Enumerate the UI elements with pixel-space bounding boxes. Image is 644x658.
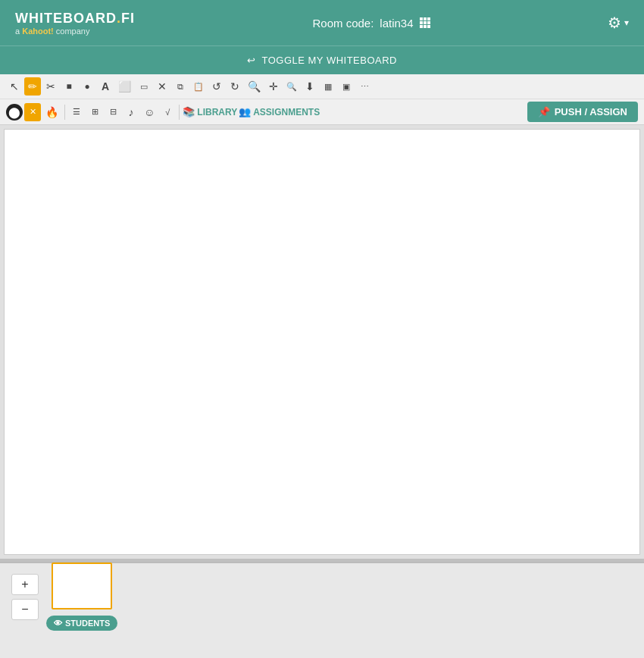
move-tool[interactable]: ✛	[265, 77, 282, 96]
rect-tool[interactable]: ■	[61, 77, 77, 96]
settings-button[interactable]: ⚙ ▾	[608, 14, 629, 32]
paste-tool[interactable]: 📋	[190, 77, 207, 96]
app-title: WHITEBOARD.fi	[15, 11, 135, 27]
assignments-button[interactable]: 👥 ASSIGNMENTS	[239, 106, 320, 118]
toolbar-area: ↖ ✏ ✂ ■ ● A ⬜ ▭ ✕ ⧉ 📋 ↺ ↻ 🔍 ✛ 🔍 ⬇ ▦ ▣ ⋯ …	[0, 74, 644, 125]
app-header: WHITEBOARD.fi a Kahoot! company Room cod…	[0, 0, 644, 45]
clear-tool[interactable]: ✕	[24, 103, 41, 121]
fire-tool[interactable]: 🔥	[42, 103, 61, 121]
toolbar-row1: ↖ ✏ ✂ ■ ● A ⬜ ▭ ✕ ⧉ 📋 ↺ ↻ 🔍 ✛ 🔍 ⬇ ▦ ▣ ⋯	[0, 74, 644, 99]
redo-tool[interactable]: ↻	[227, 77, 243, 96]
zoom-out-tool[interactable]: 🔍	[283, 77, 300, 96]
media-tool[interactable]: ▭	[136, 77, 152, 96]
room-code-label: Room code:	[312, 17, 374, 30]
students-button[interactable]: 👁 STUDENTS	[46, 616, 117, 631]
lines-tool[interactable]: ☰	[68, 103, 85, 121]
emoji-tool[interactable]: ☺	[141, 103, 158, 121]
more-tool[interactable]: ⋯	[356, 77, 373, 96]
toggle-icon: ↩	[247, 55, 256, 66]
push-icon: 📌	[538, 106, 550, 118]
formula-tool[interactable]: √	[159, 103, 176, 121]
eye-icon: 👁	[54, 619, 62, 628]
grid-icon	[420, 17, 430, 28]
divider1	[64, 105, 65, 120]
table-tool[interactable]: ⊞	[86, 103, 103, 121]
push-assign-button[interactable]: 📌 PUSH / ASSIGN	[527, 102, 638, 122]
toolbar-row2-left: ⬤ ✕ 🔥 ☰ ⊞ ⊟ ♪ ☺ √ 📚 LIBRARY 👥 ASSIGNMENT…	[6, 103, 320, 121]
library-button[interactable]: 📚 LIBRARY	[183, 106, 237, 118]
list-view-tool[interactable]: ▣	[338, 77, 355, 96]
app-subtitle: a Kahoot! company	[15, 27, 135, 36]
duplicate-tool[interactable]: ⧉	[172, 77, 189, 96]
room-code-display: Room code: latin34	[312, 17, 430, 30]
delete-tool[interactable]: ✕	[154, 77, 170, 96]
assignments-icon: 👥	[239, 106, 251, 118]
chevron-down-icon: ▾	[624, 17, 629, 28]
music-tool[interactable]: ♪	[123, 103, 139, 121]
logo-area: WHITEBOARD.fi a Kahoot! company	[15, 11, 135, 36]
toggle-label: ↩ TOGGLE MY WHITEBOARD	[247, 55, 397, 66]
toggle-whiteboard-bar[interactable]: ↩ TOGGLE MY WHITEBOARD	[0, 45, 644, 74]
page-controls: + −	[11, 574, 39, 620]
select-tool[interactable]: ↖	[6, 77, 23, 96]
image-tool[interactable]: ⬜	[115, 77, 134, 96]
remove-page-button[interactable]: −	[11, 599, 39, 620]
page-thumbnail-area: 👁 STUDENTS	[46, 562, 117, 631]
undo-tool[interactable]: ↺	[208, 77, 225, 96]
canvas-container	[0, 125, 644, 559]
library-icon: 📚	[183, 106, 195, 118]
toolbar-row2: ⬤ ✕ 🔥 ☰ ⊞ ⊟ ♪ ☺ √ 📚 LIBRARY 👥 ASSIGNMENT…	[0, 99, 644, 124]
gear-icon: ⚙	[608, 14, 621, 32]
divider2	[179, 105, 180, 120]
pencil-tool[interactable]: ✏	[24, 77, 41, 96]
cut-tool[interactable]: ✂	[42, 77, 59, 96]
whiteboard-canvas[interactable]	[4, 129, 640, 555]
text-tool[interactable]: A	[97, 77, 114, 96]
grid-view-tool[interactable]: ▦	[320, 77, 336, 96]
download-tool[interactable]: ⬇	[302, 77, 318, 96]
page-thumbnail[interactable]	[52, 562, 112, 609]
search-tool[interactable]: 🔍	[245, 77, 264, 96]
bottom-area: + − 👁 STUDENTS	[0, 562, 644, 630]
color-black-tool[interactable]: ⬤	[6, 104, 23, 121]
table2-tool[interactable]: ⊟	[105, 103, 121, 121]
add-page-button[interactable]: +	[11, 574, 39, 595]
circle-tool[interactable]: ●	[79, 77, 95, 96]
room-code-value: latin34	[380, 17, 413, 30]
